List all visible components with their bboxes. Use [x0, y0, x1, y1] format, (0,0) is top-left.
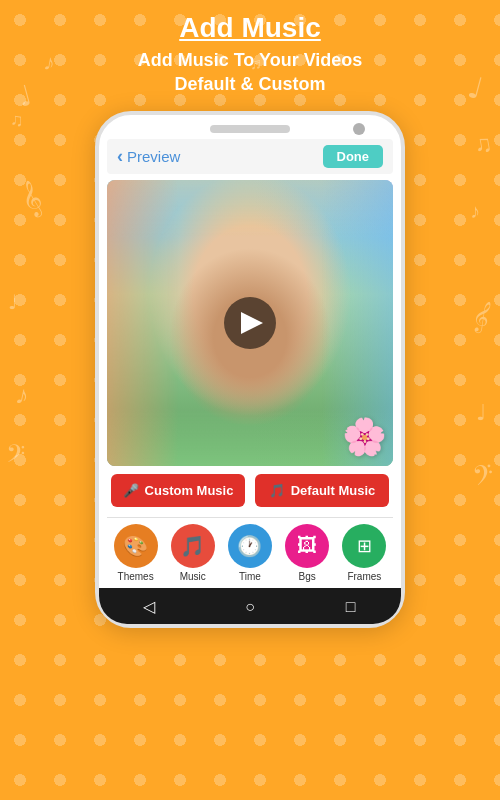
frames-icon: ⊞: [357, 535, 372, 557]
default-music-icon: 🎵: [269, 483, 285, 498]
time-icon: 🕐: [237, 534, 262, 558]
themes-icon: 🎨: [123, 534, 148, 558]
nav-item-time[interactable]: 🕐 Time: [228, 524, 272, 582]
page-subtitle: Add Music To Your VideosDefault & Custom: [138, 48, 363, 97]
app-header: ‹ Preview Done: [107, 139, 393, 174]
themes-icon-circle: 🎨: [114, 524, 158, 568]
bgs-icon: 🖼: [297, 534, 317, 557]
bgs-icon-circle: 🖼: [285, 524, 329, 568]
phone-speaker: [210, 125, 290, 133]
back-button[interactable]: ‹ Preview: [117, 146, 180, 167]
video-image: 🌸: [107, 180, 393, 466]
preview-label: Preview: [127, 148, 180, 165]
phone-back-icon: ◁: [143, 597, 155, 616]
phone-recent-icon: □: [346, 598, 356, 616]
bottom-nav: 🎨 Themes 🎵 Music 🕐 Time 🖼 Bgs: [107, 517, 393, 584]
default-music-label: Default Music: [291, 483, 376, 498]
flower-decoration: 🌸: [342, 416, 387, 458]
phone-recent-button[interactable]: □: [335, 596, 367, 618]
phone-top-bar: [107, 125, 393, 133]
custom-music-icon: 🎤: [123, 483, 139, 498]
page-title: Add Music: [179, 12, 321, 44]
nav-item-frames[interactable]: ⊞ Frames: [342, 524, 386, 582]
music-buttons-container: 🎤 Custom Music 🎵 Default Music: [107, 474, 393, 507]
play-button[interactable]: [224, 297, 276, 349]
phone-nav-bar: ◁ ○ □: [99, 588, 401, 624]
back-chevron-icon: ‹: [117, 146, 123, 167]
phone-home-button[interactable]: ○: [234, 596, 266, 618]
frames-label: Frames: [347, 571, 381, 582]
phone-home-icon: ○: [245, 598, 255, 616]
music-icon-circle: 🎵: [171, 524, 215, 568]
nav-item-bgs[interactable]: 🖼 Bgs: [285, 524, 329, 582]
themes-label: Themes: [118, 571, 154, 582]
frames-icon-circle: ⊞: [342, 524, 386, 568]
phone-camera: [353, 123, 365, 135]
phone-back-button[interactable]: ◁: [133, 596, 165, 618]
play-icon: [241, 312, 263, 334]
nav-item-themes[interactable]: 🎨 Themes: [114, 524, 158, 582]
phone-mockup: ‹ Preview Done 🌸 🎤 Custom Music: [95, 111, 405, 628]
time-icon-circle: 🕐: [228, 524, 272, 568]
default-music-button[interactable]: 🎵 Default Music: [255, 474, 389, 507]
music-icon: 🎵: [180, 534, 205, 558]
nav-item-music[interactable]: 🎵 Music: [171, 524, 215, 582]
page-content: Add Music Add Music To Your VideosDefaul…: [0, 0, 500, 628]
time-label: Time: [239, 571, 261, 582]
video-preview: 🌸: [107, 180, 393, 466]
bgs-label: Bgs: [299, 571, 316, 582]
music-label: Music: [180, 571, 206, 582]
custom-music-button[interactable]: 🎤 Custom Music: [111, 474, 245, 507]
done-button[interactable]: Done: [323, 145, 384, 168]
custom-music-label: Custom Music: [145, 483, 234, 498]
